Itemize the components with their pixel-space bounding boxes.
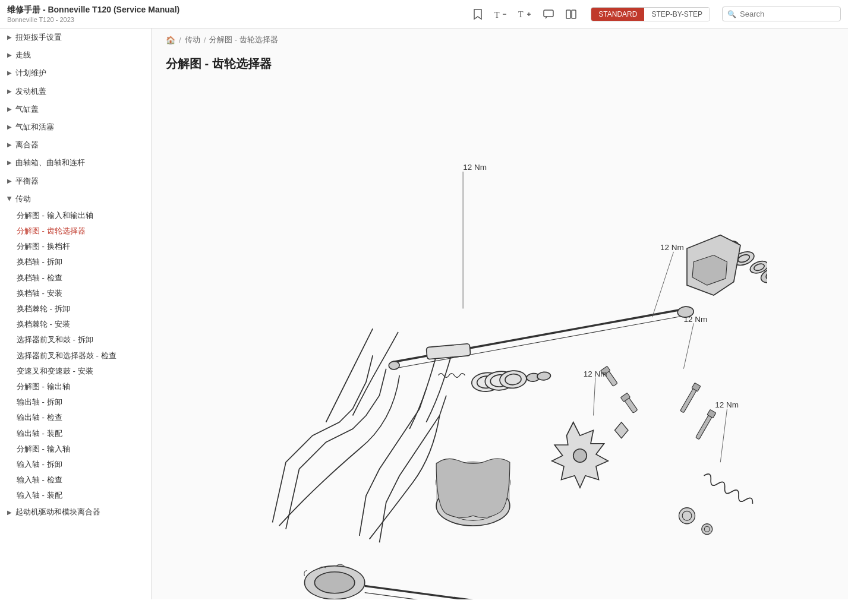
font-decrease-button[interactable]: T [492,7,509,21]
sidebar-item-14[interactable]: 换档轴 - 检查 [17,270,151,286]
header: 维修手册 - Bonneville T120 (Service Manual) … [0,0,848,29]
comment-button[interactable] [541,7,556,21]
sidebar-sub-25: 分解图 - 输入轴 [0,441,151,457]
bookmark-icon [473,8,483,20]
chevron-icon: ▶ [5,197,14,201]
sidebar: ▶扭矩扳手设置▶走线▶计划维护▶发动机盖▶气缸盖▶气缸和活塞▶离合器▶曲轴箱、曲… [0,29,152,599]
sidebar-item-13[interactable]: 换档轴 - 拆卸 [17,254,151,270]
sidebar-label: 曲轴箱、曲轴和连杆 [15,157,85,168]
sidebar-item-6[interactable]: ▶离合器 [0,136,151,154]
sidebar-label: 传动 [15,194,31,204]
svg-point-52 [314,572,355,593]
sidebar-sub-19: 选择器前叉和选择器鼓 - 检查 [0,348,151,364]
sidebar-label: 平衡器 [15,176,39,187]
bookmark-button[interactable] [471,6,485,23]
breadcrumb-sep-2: / [204,36,206,45]
sidebar-item-4[interactable]: ▶气缸盖 [0,100,151,118]
search-icon: 🔍 [727,10,736,18]
view-icon [566,10,576,19]
font-increase-button[interactable]: T [516,7,534,22]
step-by-step-view-button[interactable]: STEP-BY-STEP [644,8,710,21]
sidebar-sub-26: 输入轴 - 拆卸 [0,457,151,472]
content-area: 🏠 / 传动 / 分解图 - 齿轮选择器 分解图 - 齿轮选择器 [152,29,848,599]
sidebar-sub-24: 输出轴 - 装配 [0,426,151,441]
sidebar-label: 起动机驱动和模块离合器 [15,507,100,517]
sidebar-resize-handle[interactable] [149,29,151,599]
torque-label-1: 12 Nm [463,163,487,172]
sidebar-item-16[interactable]: 换档棘轮 - 拆卸 [17,301,151,317]
exploded-diagram: 12 Nm 12 Nm 12 Nm 12 Nm 12 Nm [232,81,767,599]
sidebar-item-23[interactable]: 输出轴 - 检查 [17,410,151,425]
part-selector-drum [436,459,510,526]
chevron-icon: ▶ [7,69,12,77]
sidebar-item-1[interactable]: ▶走线 [0,46,151,64]
parts-diagram-svg: 12 Nm 12 Nm 12 Nm 12 Nm 12 Nm [232,81,767,599]
sidebar-sub-22: 输出轴 - 拆卸 [0,394,151,410]
sidebar-sub-16: 换档棘轮 - 拆卸 [0,301,151,317]
app-subtitle: Bonneville T120 - 2023 [7,16,179,23]
sidebar-sub-17: 换档棘轮 - 安装 [0,317,151,332]
view-toggle: STANDARD STEP-BY-STEP [591,7,710,21]
sidebar-item-11[interactable]: 分解图 - 齿轮选择器 [17,223,151,239]
search-box: 🔍 [722,7,841,21]
chevron-icon: ▶ [7,51,12,59]
search-input[interactable] [740,10,836,18]
sidebar-item-18[interactable]: 选择器前叉和鼓 - 拆卸 [17,332,151,348]
sidebar-item-28[interactable]: 输入轴 - 装配 [17,488,151,503]
sidebar-sub-13: 换档轴 - 拆卸 [0,254,151,270]
sidebar-item-22[interactable]: 输出轴 - 拆卸 [17,394,151,410]
svg-point-27 [573,449,587,463]
sidebar-item-17[interactable]: 换档棘轮 - 安装 [17,317,151,332]
breadcrumb-current: 分解图 - 齿轮选择器 [209,34,278,45]
diagram-container: 12 Nm 12 Nm 12 Nm 12 Nm 12 Nm [152,81,848,599]
sidebar-item-21[interactable]: 分解图 - 输出轴 [17,379,151,394]
sidebar-item-20[interactable]: 变速叉和变速鼓 - 安装 [17,364,151,379]
sidebar-item-24[interactable]: 输出轴 - 装配 [17,426,151,441]
sidebar-sub-15: 换档轴 - 安装 [0,286,151,301]
svg-rect-5 [544,10,553,17]
sidebar-sub-18: 选择器前叉和鼓 - 拆卸 [0,332,151,348]
sidebar-item-7[interactable]: ▶曲轴箱、曲轴和连杆 [0,154,151,172]
sidebar-sub-10: 分解图 - 输入和输出轴 [0,208,151,223]
header-icons: T T STANDARD [471,6,841,23]
chevron-icon: ▶ [7,105,12,113]
sidebar-item-27[interactable]: 输入轴 - 检查 [17,472,151,488]
svg-text:T: T [494,11,500,19]
sidebar-item-3[interactable]: ▶发动机盖 [0,83,151,100]
sidebar-item-12[interactable]: 分解图 - 换档杆 [17,239,151,254]
sidebar-item-26[interactable]: 输入轴 - 拆卸 [17,457,151,472]
sidebar-label: 扭矩扳手设置 [15,32,62,43]
home-icon[interactable]: 🏠 [166,36,175,45]
sidebar-sub-27: 输入轴 - 检查 [0,472,151,488]
sidebar-item-15[interactable]: 换档轴 - 安装 [17,286,151,301]
sidebar-item-2[interactable]: ▶计划维护 [0,64,151,82]
sidebar-label: 计划维护 [15,68,46,78]
chevron-icon: ▶ [7,87,12,96]
chevron-icon: ▶ [7,33,12,42]
sidebar-label: 走线 [15,50,31,61]
sidebar-item-25[interactable]: 分解图 - 输入轴 [17,441,151,457]
svg-rect-6 [566,10,570,18]
sidebar-item-19[interactable]: 选择器前叉和选择器鼓 - 检查 [17,348,151,364]
sidebar-sub-23: 输出轴 - 检查 [0,410,151,425]
standard-view-button[interactable]: STANDARD [591,8,644,21]
sidebar-item-10[interactable]: 分解图 - 输入和输出轴 [17,208,151,223]
sidebar-item-0[interactable]: ▶扭矩扳手设置 [0,29,151,46]
breadcrumb-section[interactable]: 传动 [185,34,200,45]
page-title: 分解图 - 齿轮选择器 [152,51,848,81]
sidebar-item-8[interactable]: ▶平衡器 [0,172,151,190]
sidebar-label: 气缸和活塞 [15,122,54,132]
font-increase-icon: T [518,9,531,20]
sidebar-item-5[interactable]: ▶气缸和活塞 [0,118,151,136]
chevron-icon: ▶ [7,141,12,149]
sidebar-sub-12: 分解图 - 换档杆 [0,239,151,254]
sidebar-nav: ▶扭矩扳手设置▶走线▶计划维护▶发动机盖▶气缸盖▶气缸和活塞▶离合器▶曲轴箱、曲… [0,29,151,522]
sidebar-item-29[interactable]: ▶起动机驱动和模块离合器 [0,503,151,521]
view-button[interactable] [563,7,579,21]
sidebar-item-9[interactable]: ▶传动 [0,190,151,208]
sidebar-label: 离合器 [15,140,39,150]
torque-label-5: 12 Nm [715,400,739,409]
breadcrumb: 🏠 / 传动 / 分解图 - 齿轮选择器 [152,29,848,51]
sidebar-sub-14: 换档轴 - 检查 [0,270,151,286]
sidebar-sub-28: 输入轴 - 装配 [0,488,151,503]
